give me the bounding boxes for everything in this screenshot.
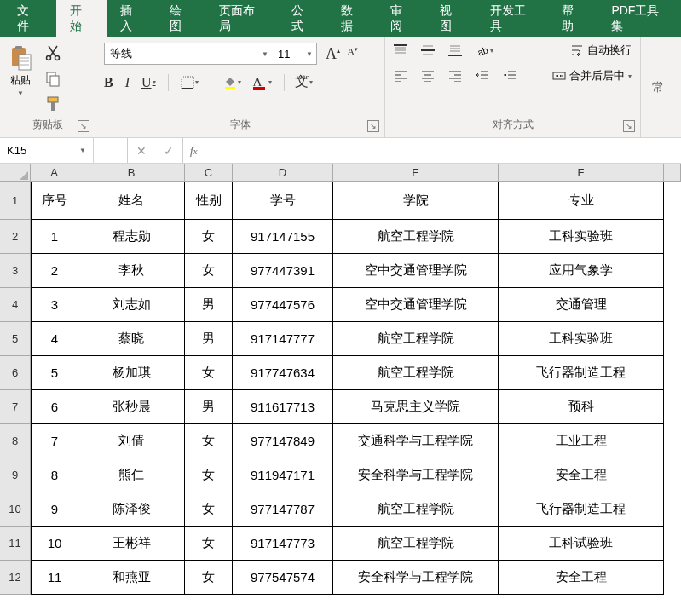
tab-4[interactable]: 页面布局 [205, 0, 278, 37]
col-header[interactable] [664, 164, 681, 181]
fx-icon[interactable]: fx [183, 138, 204, 163]
col-header-B[interactable]: B [78, 164, 185, 181]
cell[interactable]: 刘志如 [78, 288, 185, 322]
cell[interactable]: 张秒晨 [78, 390, 185, 424]
row-header-4[interactable]: 4 [0, 288, 31, 322]
align-launcher[interactable]: ↘ [623, 120, 635, 132]
tab-11[interactable]: PDF工具集 [597, 0, 681, 37]
cell[interactable]: 陈泽俊 [78, 492, 185, 527]
cell[interactable]: 11 [31, 561, 78, 595]
cell[interactable]: 安全科学与工程学院 [333, 458, 499, 492]
orientation-button[interactable]: ab▾ [476, 43, 493, 57]
cell[interactable]: 男 [185, 288, 233, 322]
cell[interactable]: 女 [185, 527, 233, 561]
row-header-11[interactable]: 11 [0, 527, 31, 561]
cell[interactable]: 工科实验班 [499, 322, 664, 356]
cell[interactable]: 女 [185, 492, 233, 527]
cell[interactable]: 911947171 [233, 458, 333, 492]
col-header-A[interactable]: A [31, 164, 78, 181]
cell[interactable]: 交通管理 [499, 288, 664, 322]
cell[interactable]: 预科 [499, 390, 664, 424]
cell[interactable]: 977147849 [233, 424, 333, 458]
col-header-D[interactable]: D [233, 164, 333, 181]
tab-9[interactable]: 开发工具 [476, 0, 549, 37]
cell[interactable]: 安全工程 [499, 458, 664, 492]
border-button[interactable]: ▾ [181, 76, 199, 89]
cell[interactable]: 安全科学与工程学院 [333, 561, 499, 595]
cell[interactable]: 1 [31, 220, 78, 254]
font-color-button[interactable]: A▾ [253, 75, 273, 89]
align-bottom-button[interactable] [448, 44, 462, 56]
cell[interactable]: 专业 [499, 182, 664, 220]
cell[interactable]: 917147773 [233, 527, 333, 561]
row-header-7[interactable]: 7 [0, 390, 31, 424]
cell[interactable]: 熊仁 [78, 458, 185, 492]
cancel-formula-button[interactable]: ✕ [128, 144, 155, 158]
tab-6[interactable]: 数据 [327, 0, 377, 37]
font-launcher[interactable]: ↘ [367, 120, 379, 132]
italic-button[interactable]: I [125, 75, 130, 90]
cell[interactable]: 性别 [185, 182, 233, 220]
tab-8[interactable]: 视图 [426, 0, 476, 37]
col-header-F[interactable]: F [499, 164, 664, 181]
align-right-button[interactable] [448, 70, 462, 82]
font-name-selector[interactable]: 等线 ▼ [104, 43, 274, 65]
cell[interactable]: 3 [31, 288, 78, 322]
align-left-button[interactable] [394, 70, 407, 82]
cell[interactable]: 女 [185, 458, 233, 492]
row-header-8[interactable]: 8 [0, 424, 31, 458]
cell[interactable]: 航空工程学院 [333, 220, 499, 254]
cell[interactable]: 学号 [233, 182, 333, 220]
tab-0[interactable]: 文件 [0, 0, 56, 37]
phonetic-guide-button[interactable]: wén文▾ [297, 73, 313, 91]
fill-color-button[interactable]: ▾ [223, 76, 241, 89]
row-header-1[interactable]: 1 [0, 182, 31, 220]
tab-2[interactable]: 插入 [107, 0, 156, 37]
cell[interactable]: 学院 [333, 182, 499, 220]
align-top-button[interactable] [394, 44, 407, 56]
cell[interactable]: 飞行器制造工程 [499, 356, 664, 390]
cell[interactable]: 男 [185, 322, 233, 356]
align-middle-button[interactable] [421, 44, 435, 56]
cell[interactable]: 917147155 [233, 220, 333, 254]
cell[interactable]: 男 [185, 390, 233, 424]
cell[interactable]: 2 [31, 254, 78, 288]
cell[interactable]: 序号 [31, 182, 78, 220]
cell[interactable]: 9 [31, 492, 78, 527]
cell[interactable]: 工科试验班 [499, 527, 664, 561]
select-all-corner[interactable] [0, 164, 31, 181]
cell[interactable]: 女 [185, 220, 233, 254]
row-header-5[interactable]: 5 [0, 322, 31, 356]
col-header-C[interactable]: C [185, 164, 233, 181]
cell[interactable]: 王彬祥 [78, 527, 185, 561]
cell[interactable]: 刘倩 [78, 424, 185, 458]
cell[interactable]: 姓名 [78, 182, 185, 220]
tab-10[interactable]: 帮助 [548, 0, 597, 37]
bold-button[interactable]: B [104, 75, 113, 90]
row-header-10[interactable]: 10 [0, 492, 31, 527]
increase-font-size-button[interactable]: A▴ [326, 45, 340, 63]
format-painter-icon[interactable] [44, 95, 61, 112]
cell[interactable]: 7 [31, 424, 78, 458]
cell[interactable]: 977547574 [233, 561, 333, 595]
cell[interactable]: 977147787 [233, 492, 333, 527]
clipboard-launcher[interactable]: ↘ [78, 120, 89, 132]
cell[interactable]: 977447391 [233, 254, 333, 288]
tab-3[interactable]: 绘图 [156, 0, 205, 37]
tab-1[interactable]: 开始 [56, 0, 106, 37]
cell[interactable]: 5 [31, 356, 78, 390]
cell[interactable]: 女 [185, 356, 233, 390]
cell[interactable]: 程志勋 [78, 220, 185, 254]
row-header-6[interactable]: 6 [0, 356, 31, 390]
cell[interactable]: 蔡晓 [78, 322, 185, 356]
decrease-indent-button[interactable] [476, 70, 489, 82]
cell[interactable]: 917147777 [233, 322, 333, 356]
cell[interactable]: 航空工程学院 [333, 356, 499, 390]
row-header-9[interactable]: 9 [0, 458, 31, 492]
cell[interactable]: 女 [185, 561, 233, 595]
cell[interactable]: 航空工程学院 [333, 322, 499, 356]
cell[interactable]: 空中交通管理学院 [333, 254, 499, 288]
confirm-formula-button[interactable]: ✓ [155, 144, 182, 158]
cell[interactable]: 女 [185, 424, 233, 458]
cell[interactable]: 6 [31, 390, 78, 424]
